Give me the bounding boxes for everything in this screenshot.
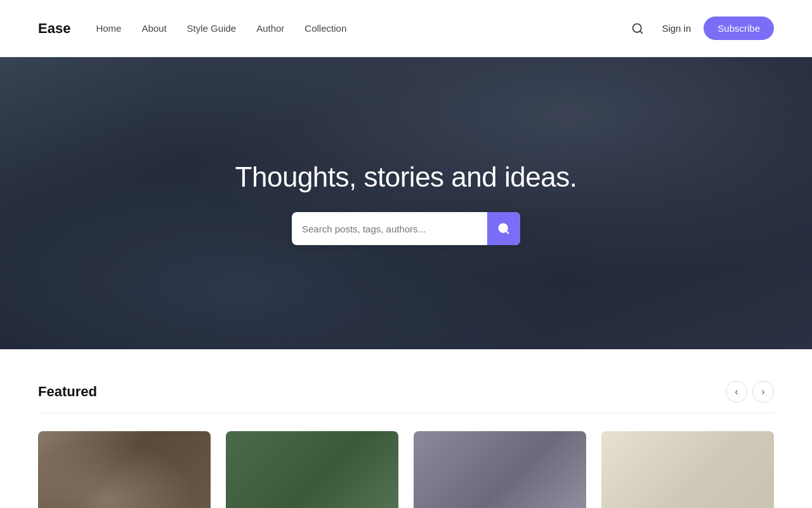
- subscribe-button[interactable]: Subscribe: [704, 17, 774, 40]
- nav-item-about[interactable]: About: [141, 23, 166, 34]
- hero-search-bar: [292, 212, 520, 245]
- card-image: [38, 431, 211, 508]
- card-image: [414, 431, 586, 508]
- featured-prev-button[interactable]: ‹: [726, 381, 747, 403]
- featured-section: Featured ‹ ›: [0, 349, 812, 508]
- svg-line-3: [506, 231, 509, 234]
- card-image: [226, 431, 398, 508]
- featured-next-button[interactable]: ›: [752, 381, 774, 403]
- hero-search-button[interactable]: [487, 212, 520, 245]
- nav-item-author[interactable]: Author: [256, 23, 284, 34]
- hero-content: Thoughts, stories and ideas.: [235, 161, 577, 245]
- svg-line-1: [640, 30, 643, 33]
- signin-link[interactable]: Sign in: [662, 23, 691, 34]
- search-icon[interactable]: [626, 17, 649, 40]
- featured-header: Featured ‹ ›: [38, 381, 774, 413]
- card-image: [601, 431, 774, 508]
- featured-card[interactable]: [414, 431, 586, 508]
- featured-cards: [38, 431, 774, 508]
- nav-right: Sign in Subscribe: [626, 17, 774, 40]
- nav-item-home[interactable]: Home: [96, 23, 121, 34]
- featured-card[interactable]: [226, 431, 398, 508]
- hero-title: Thoughts, stories and ideas.: [235, 161, 577, 193]
- nav-item-collection[interactable]: Collection: [304, 23, 346, 34]
- brand-logo[interactable]: Ease: [38, 20, 70, 37]
- navbar: Ease Home About Style Guide Author Colle…: [0, 0, 812, 57]
- nav-links: Home About Style Guide Author Collection: [96, 23, 626, 34]
- featured-card[interactable]: [601, 431, 774, 508]
- nav-item-style-guide[interactable]: Style Guide: [187, 23, 237, 34]
- hero-search-input[interactable]: [292, 212, 487, 245]
- featured-navigation: ‹ ›: [726, 381, 774, 403]
- featured-title: Featured: [38, 384, 97, 400]
- featured-card[interactable]: [38, 431, 211, 508]
- hero-section: Thoughts, stories and ideas.: [0, 57, 812, 349]
